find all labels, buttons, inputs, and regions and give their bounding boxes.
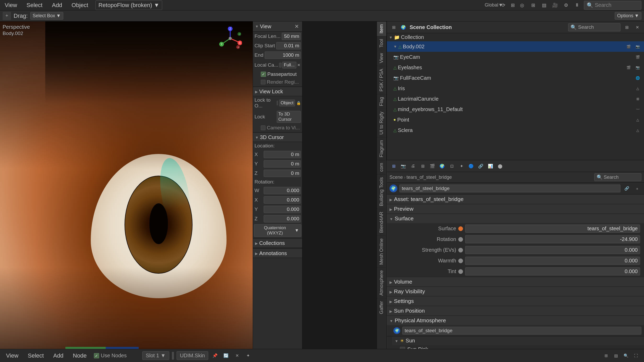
tree-item-eyebrows[interactable]: △ mind_eyebrows_11_Default 〰 (387, 104, 644, 114)
pause-icon[interactable]: ⏸ (573, 1, 581, 9)
pa-world-btn[interactable]: tears_of_steel_bridge (402, 327, 641, 335)
list-view-icon[interactable]: ▤ (612, 352, 620, 360)
local-ca-checkbox[interactable] (279, 63, 281, 67)
strength-prop-value[interactable]: 0.000 (465, 246, 640, 254)
scene-close-icon[interactable]: ✕ (633, 23, 641, 31)
slot-dropdown[interactable]: Slot 1 ▼ (142, 351, 169, 360)
tab-psk-psa[interactable]: PSK / PSA (377, 66, 386, 94)
scene-icon-2[interactable]: 🌍 (399, 23, 408, 31)
to-3d-cursor-btn[interactable]: To 3D Cursor (277, 111, 301, 123)
sclera-vis[interactable]: △ (634, 126, 642, 134)
menu-view[interactable]: View (3, 1, 19, 10)
world-icon-output[interactable]: 🖨 (409, 162, 417, 170)
asset-section-header[interactable]: Asset: tears_of_steel_bridge (387, 194, 644, 204)
collection-root-item[interactable]: 📁 Collection (387, 33, 644, 41)
tab-item[interactable]: Item (377, 21, 386, 36)
world-name-btn[interactable]: tears_of_steel_bridge (399, 185, 620, 192)
nav-gizmo[interactable]: Z X Y -X -Y (218, 27, 242, 50)
top-search-box[interactable]: 🔍 Search (584, 1, 641, 10)
world-link-icon[interactable]: 🔗 (623, 184, 631, 193)
world-search[interactable]: 🔍 Search (594, 173, 641, 181)
menu-select[interactable]: Select (24, 1, 44, 10)
cursor-w-value[interactable]: 0.000 (264, 187, 301, 194)
lacrimal-vis[interactable]: ⊞ (634, 95, 642, 103)
full-btn[interactable]: Full... (282, 62, 296, 68)
workspace-tab[interactable]: + (3, 12, 11, 20)
world-icon-scene[interactable]: 🎬 (428, 162, 437, 170)
scene-filter-icon[interactable]: ⊞ (623, 23, 631, 31)
rotation-prop-value[interactable]: -24.900 (465, 235, 640, 243)
quaternion-dropdown[interactable]: Quaternion (WXYZ) ▼ (254, 224, 301, 237)
body-vis-icon[interactable]: 🎬 (624, 42, 633, 51)
tab-building-tools[interactable]: Building Tools (377, 174, 386, 209)
volume-header[interactable]: Volume (387, 277, 644, 286)
cursor-y-value[interactable]: 0 m (264, 160, 301, 168)
bottom-select[interactable]: Select (26, 351, 46, 360)
bottom-add[interactable]: Add (51, 351, 65, 360)
body-render-icon[interactable]: 📷 (634, 42, 642, 51)
world-icon-object[interactable]: ⊡ (448, 162, 456, 170)
sun-subsection-header[interactable]: ☀ Sun (392, 336, 644, 345)
fullfacecam-vis[interactable]: 🌐 (634, 74, 642, 82)
clip-start-value[interactable]: 0.01 m (276, 42, 301, 49)
view-lock-header[interactable]: View Lock (253, 87, 302, 96)
passepartout-checkbox[interactable]: ✓ (261, 72, 266, 77)
focal-length-value[interactable]: 50 mm (282, 33, 301, 40)
settings-icon[interactable]: ⚙ (562, 1, 570, 9)
world-icon-particles[interactable]: ✦ (457, 162, 466, 170)
surface-prop-value[interactable]: tears_of_steel_bridge (465, 225, 640, 233)
world-icon-material[interactable]: ⬤ (496, 162, 504, 170)
clip-end-value[interactable]: 1000 m (265, 51, 301, 59)
tab-atmosphere[interactable]: Atmosphere (377, 267, 386, 298)
lock-to-icon[interactable]: 🔒 (296, 99, 301, 107)
collections-header[interactable]: Collections (253, 239, 302, 248)
udim-dropdown[interactable]: UDIM.Skin (177, 351, 208, 360)
annotations-header[interactable]: Annotations (253, 249, 302, 258)
fullscreen-icon[interactable]: ⛶ (632, 352, 640, 360)
grid-view-icon[interactable]: ⊞ (602, 352, 610, 360)
tab-mesh-online[interactable]: Mesh Online (377, 235, 386, 267)
world-new-icon[interactable]: + (633, 184, 641, 193)
tree-item-body[interactable]: △ Body.002 🎬 📷 (387, 41, 644, 52)
world-icon-constraints[interactable]: 🔗 (477, 162, 485, 170)
world-icon-properties[interactable]: ⊞ (389, 162, 398, 170)
tab-gaffer[interactable]: Gaffer (377, 298, 386, 317)
eyelashes-render[interactable]: 📷 (634, 63, 642, 72)
sync-icon[interactable]: 🔄 (222, 352, 230, 360)
proportional-icon[interactable]: ◎ (518, 1, 526, 9)
render-regi-checkbox[interactable] (261, 80, 265, 84)
iris-vis[interactable]: △ (634, 84, 642, 93)
tree-item-iris[interactable]: △ Iris △ (387, 83, 644, 94)
tree-item-sclera[interactable]: △ Sclera △ (387, 125, 644, 135)
tab-com[interactable]: com (377, 160, 386, 174)
zoom-icon[interactable]: 🔍 (622, 352, 630, 360)
cursor-3d-header[interactable]: 3D Cursor (253, 133, 302, 142)
snap-icon[interactable]: ⊞ (509, 1, 517, 9)
menu-retopoflow[interactable]: RetopoFlow (broken) ▼ (95, 1, 162, 10)
tint-prop-value[interactable]: 0.000 (465, 267, 640, 275)
bottom-node[interactable]: Node (71, 351, 89, 360)
editor-type-icon[interactable]: ▤ (540, 1, 548, 9)
world-icon-render[interactable]: 📷 (399, 162, 408, 170)
warmth-prop-value[interactable]: 0.000 (465, 257, 640, 265)
scene-icon-1[interactable]: ⊞ (389, 23, 398, 31)
select-box-button[interactable]: Select Box ▼ (30, 12, 63, 20)
tree-item-lacrimal[interactable]: △ LacrimalCaruncle ⊞ (387, 94, 644, 104)
world-icon-physics[interactable]: 🔵 (467, 162, 475, 170)
local-ca-close[interactable]: ✕ (297, 61, 301, 69)
scene-search-box[interactable]: 🔍 Search (568, 23, 620, 31)
render-icon[interactable]: 🎥 (551, 1, 559, 9)
world-icon-world[interactable]: 🌍 (438, 162, 446, 170)
sun-position-header[interactable]: Sun Position (387, 306, 644, 315)
preview-section-header[interactable]: Preview (387, 204, 644, 214)
ray-visibility-header[interactable]: Ray Visibility (387, 287, 644, 296)
tree-item-eyelashes[interactable]: △ Eyelashes 🎬 📷 (387, 62, 644, 73)
view-section-header[interactable]: View ✕ (253, 21, 302, 32)
sun-disk-checkbox[interactable] (400, 347, 405, 349)
erase-icon[interactable]: ✕ (233, 352, 241, 360)
use-nodes-chk[interactable]: ✓ (94, 353, 99, 358)
object-btn[interactable]: Object (279, 100, 295, 106)
point-vis[interactable]: △ (634, 116, 642, 124)
tree-item-eyecam[interactable]: 📷 EyeCam 🎬 (387, 52, 644, 62)
tab-view[interactable]: View (377, 50, 386, 66)
